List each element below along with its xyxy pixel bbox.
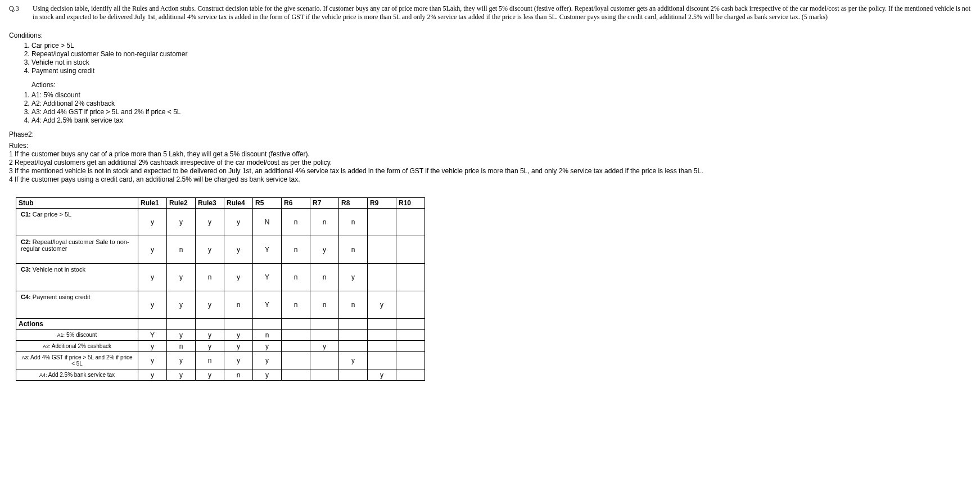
cell: Y bbox=[253, 236, 282, 264]
cell: y bbox=[224, 330, 253, 341]
cell: y bbox=[138, 264, 167, 291]
cell: y bbox=[167, 369, 196, 381]
cell: n bbox=[167, 341, 196, 352]
conditions-label: Conditions: bbox=[9, 31, 971, 39]
cell bbox=[339, 341, 368, 352]
cell bbox=[282, 369, 310, 381]
cell: y bbox=[368, 369, 396, 381]
cell: y bbox=[167, 209, 196, 236]
cell: y bbox=[310, 236, 339, 264]
conditions-list: Car price > 5L Repeat/loyal customer Sal… bbox=[22, 42, 971, 75]
action-row: A1: 5% discount Y y y y n bbox=[16, 330, 425, 341]
action-item: A2: Additional 2% cashback bbox=[31, 100, 971, 108]
condition-row: C2: Repeat/loyal customer Sale to non-re… bbox=[16, 236, 425, 264]
condition-row: C3: Vehicle not in stock y y n y Y n n y bbox=[16, 264, 425, 291]
cell: y bbox=[310, 341, 339, 352]
cell: Y bbox=[253, 264, 282, 291]
cell: y bbox=[196, 341, 224, 352]
condition-row: C1: Car price > 5L y y y y N n n n bbox=[16, 209, 425, 236]
cell bbox=[282, 341, 310, 352]
header-rule: Rule4 bbox=[224, 198, 253, 209]
rule-item: 2 Repeat/loyal customers get an addition… bbox=[9, 159, 971, 167]
phase2-label: Phase2: bbox=[9, 130, 971, 138]
condition-stub: C3: Vehicle not in stock bbox=[16, 264, 138, 291]
header-rule: R5 bbox=[253, 198, 282, 209]
cell: y bbox=[167, 352, 196, 369]
rules-label: Rules: bbox=[9, 142, 971, 150]
header-stub: Stub bbox=[16, 198, 138, 209]
cell: n bbox=[224, 291, 253, 319]
cell bbox=[368, 352, 396, 369]
rule-item: 4 If the customer pays using a credit ca… bbox=[9, 175, 971, 184]
action-item: A1: 5% discount bbox=[31, 91, 971, 100]
cell: y bbox=[224, 209, 253, 236]
cell: y bbox=[138, 236, 167, 264]
cell: y bbox=[167, 291, 196, 319]
cell bbox=[310, 330, 339, 341]
cell: y bbox=[196, 236, 224, 264]
condition-stub: C4: Payment using credit bbox=[16, 291, 138, 319]
cell bbox=[339, 369, 368, 381]
cell bbox=[339, 330, 368, 341]
cell bbox=[368, 264, 396, 291]
cell bbox=[310, 352, 339, 369]
cell: y bbox=[253, 352, 282, 369]
cell: n bbox=[339, 291, 368, 319]
condition-item: Vehicle not in stock bbox=[31, 58, 971, 67]
cell bbox=[282, 352, 310, 369]
cell: n bbox=[167, 236, 196, 264]
cell: Y bbox=[253, 291, 282, 319]
header-rule: R8 bbox=[339, 198, 368, 209]
header-rule: Rule1 bbox=[138, 198, 167, 209]
cell: y bbox=[138, 352, 167, 369]
cell: n bbox=[282, 236, 310, 264]
condition-row: C4: Payment using credit y y y n Y n n n… bbox=[16, 291, 425, 319]
cell: n bbox=[339, 209, 368, 236]
cell bbox=[396, 341, 425, 352]
action-stub: A4: Add 2.5% bank service tax bbox=[16, 369, 138, 381]
decision-table: Stub Rule1 Rule2 Rule3 Rule4 R5 R6 R7 R8… bbox=[16, 197, 425, 381]
cell: n bbox=[282, 209, 310, 236]
rules-block: Rules: 1 If the customer buys any car of… bbox=[9, 142, 971, 184]
condition-stub: C2: Repeat/loyal customer Sale to non-re… bbox=[16, 236, 138, 264]
cell bbox=[368, 341, 396, 352]
cell: y bbox=[368, 291, 396, 319]
condition-stub: C1: Car price > 5L bbox=[16, 209, 138, 236]
question-number: Q.3 bbox=[9, 4, 33, 21]
rule-item: 1 If the customer buys any car of a pric… bbox=[9, 150, 971, 159]
cell bbox=[396, 236, 425, 264]
cell bbox=[368, 330, 396, 341]
actions-list: A1: 5% discount A2: Additional 2% cashba… bbox=[22, 91, 971, 125]
table-header-row: Stub Rule1 Rule2 Rule3 Rule4 R5 R6 R7 R8… bbox=[16, 198, 425, 209]
cell: y bbox=[196, 209, 224, 236]
cell: y bbox=[224, 264, 253, 291]
cell: y bbox=[196, 291, 224, 319]
cell: n bbox=[282, 291, 310, 319]
cell: n bbox=[310, 264, 339, 291]
cell: n bbox=[196, 264, 224, 291]
cell bbox=[282, 330, 310, 341]
action-row: A4: Add 2.5% bank service tax y y y n y … bbox=[16, 369, 425, 381]
cell: y bbox=[196, 330, 224, 341]
cell bbox=[368, 236, 396, 264]
header-rule: Rule3 bbox=[196, 198, 224, 209]
cell bbox=[396, 369, 425, 381]
cell: y bbox=[224, 352, 253, 369]
action-item: A3: Add 4% GST if price > 5L and 2% if p… bbox=[31, 108, 971, 116]
cell: n bbox=[310, 291, 339, 319]
cell: y bbox=[224, 236, 253, 264]
cell: y bbox=[138, 291, 167, 319]
cell: y bbox=[253, 369, 282, 381]
header-rule: R10 bbox=[396, 198, 425, 209]
action-row: A3: Add 4% GST if price > 5L and 2% if p… bbox=[16, 352, 425, 369]
cell: y bbox=[138, 369, 167, 381]
cell: y bbox=[253, 341, 282, 352]
condition-item: Payment using credit bbox=[31, 67, 971, 75]
action-row: A2: Additional 2% cashback y n y y y y bbox=[16, 341, 425, 352]
cell bbox=[396, 352, 425, 369]
cell: n bbox=[339, 236, 368, 264]
cell: y bbox=[224, 341, 253, 352]
actions-header: Actions bbox=[16, 319, 138, 330]
actions-header-row: Actions bbox=[16, 319, 425, 330]
question-text: Using decision table, identify all the R… bbox=[33, 4, 971, 21]
